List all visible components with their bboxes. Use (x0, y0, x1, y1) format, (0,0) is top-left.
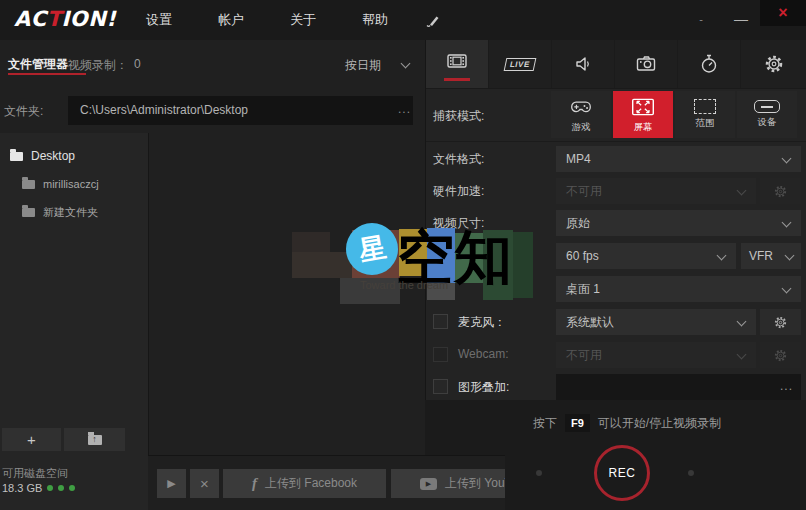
close-button[interactable]: × (760, 0, 806, 26)
disk-status-dot (47, 485, 53, 491)
framerate-mode-dropdown[interactable]: VFR (741, 243, 801, 269)
tab-live-streaming[interactable]: LIVE (489, 40, 552, 88)
minimize-button[interactable]: — (734, 11, 748, 27)
menu-about[interactable]: 关于 (290, 11, 316, 29)
folder-tree: Desktop mirillisaczcj 新建文件夹 + ↑ 可用磁盘空间 1… (0, 133, 149, 510)
capture-mode-region[interactable]: 范围 (675, 91, 735, 138)
file-manager-header: 文件管理器 视频录制： 0 按日期 (0, 40, 425, 88)
speaker-icon (571, 52, 595, 76)
region-icon (694, 99, 716, 114)
chevron-down-icon (782, 218, 792, 228)
action-app-window: ACTION! 设置 帐户 关于 帮助 - — × 文件管理器 视频录制： 0 … (0, 0, 806, 510)
rec-indicator-dot (688, 470, 694, 476)
upload-youtube-button[interactable]: ▶ 上传到 YouT (391, 469, 505, 498)
recording-settings-panel: LIVE (425, 40, 806, 400)
overlay-checkbox[interactable] (433, 379, 448, 394)
disk-status-dot (69, 485, 75, 491)
microphone-label: 麦克风： (458, 314, 506, 331)
tree-item-label: Desktop (31, 149, 75, 163)
capture-mode-screen[interactable]: 屏幕 (613, 91, 673, 138)
youtube-icon: ▶ (420, 478, 437, 490)
hw-accel-value: 不可用 (566, 183, 602, 200)
webcam-checkbox (433, 347, 448, 362)
gear-icon (773, 348, 788, 363)
film-icon (445, 49, 469, 73)
logo-text-2: ION! (62, 7, 117, 31)
play-button[interactable]: ▶ (157, 469, 186, 498)
tree-item-new-folder[interactable]: 新建文件夹 (22, 205, 98, 220)
chevron-down-icon[interactable] (401, 59, 411, 69)
hw-accel-dropdown: 不可用 (556, 178, 756, 204)
file-format-dropdown[interactable]: MP4 (556, 146, 801, 172)
capture-mode-device[interactable]: 设备 (737, 91, 797, 138)
youtube-play-glyph: ▶ (426, 480, 431, 488)
microphone-checkbox[interactable] (433, 314, 448, 329)
hotkey-prefix: 按下 (533, 415, 557, 432)
menu-settings[interactable]: 设置 (146, 11, 172, 29)
logo-accent: T (47, 7, 62, 31)
chevron-down-icon (785, 251, 795, 261)
upload-youtube-label: 上传到 YouT (445, 475, 505, 492)
play-icon: ▶ (167, 477, 175, 490)
display-value: 桌面 1 (566, 281, 600, 298)
gear-icon (763, 53, 785, 75)
upload-facebook-button[interactable]: f 上传到 Facebook (223, 469, 386, 498)
delete-button[interactable]: × (190, 469, 219, 498)
disk-space-row: 18.3 GB (2, 482, 75, 494)
chevron-down-icon (737, 186, 747, 196)
disk-space-value: 18.3 GB (2, 482, 42, 494)
pen-tool-icon[interactable] (424, 12, 442, 30)
screen-expand-icon (630, 96, 656, 118)
add-folder-button[interactable]: + (2, 428, 61, 451)
up-arrow-glyph: ↑ (88, 434, 102, 444)
capture-mode-buttons: 游戏 屏幕 范围 设备 (551, 91, 797, 138)
mode-tab-bar: LIVE (426, 40, 806, 89)
facebook-icon: f (252, 475, 257, 492)
tray-minimize-button[interactable]: - (699, 13, 703, 25)
chevron-down-icon (737, 317, 747, 327)
logo-text: AC (14, 7, 47, 31)
gear-icon (773, 184, 788, 199)
rec-indicator-dot (536, 470, 542, 476)
sort-by-date-dropdown[interactable]: 按日期 (345, 57, 381, 74)
tab-screenshots[interactable] (615, 40, 678, 88)
folder-row: 文件夹: C:\Users\Administrator\Desktop ... (0, 88, 425, 134)
tree-item-label: mirillisaczcj (43, 178, 99, 190)
open-folder-button[interactable]: ↑ (64, 428, 125, 451)
framerate-dropdown[interactable]: 60 fps (556, 243, 736, 269)
recordings-count: 0 (134, 57, 141, 71)
browse-folder-button[interactable]: ... (398, 102, 411, 116)
overlay-path-input[interactable]: ... (556, 374, 801, 400)
capture-mode-label-region: 范围 (696, 117, 715, 130)
tab-benchmark-timer[interactable] (678, 40, 741, 88)
title-bar: ACTION! 设置 帐户 关于 帮助 - — × (0, 0, 806, 40)
menu-account[interactable]: 帐户 (218, 11, 244, 29)
file-manager-tab[interactable]: 文件管理器 (8, 56, 68, 73)
tree-item-desktop[interactable]: Desktop (10, 149, 75, 163)
hw-accel-label: 硬件加速: (433, 183, 484, 200)
record-button[interactable]: REC (594, 445, 650, 501)
tree-item-mirillisaczcj[interactable]: mirillisaczcj (22, 178, 99, 190)
device-icon (754, 100, 780, 113)
upload-facebook-label: 上传到 Facebook (265, 475, 357, 492)
chevron-down-icon (782, 284, 792, 294)
menu-help[interactable]: 帮助 (362, 11, 388, 29)
folder-icon (10, 152, 23, 161)
tab-settings[interactable] (741, 40, 806, 88)
disk-space-label: 可用磁盘空间 (2, 466, 68, 481)
video-size-dropdown[interactable]: 原始 (556, 210, 801, 236)
folder-icon (22, 180, 35, 189)
tab-audio-recording[interactable] (552, 40, 615, 88)
display-dropdown[interactable]: 桌面 1 (556, 276, 801, 302)
framerate-value: 60 fps (566, 249, 599, 263)
tab-video-recording[interactable] (426, 40, 489, 88)
capture-mode-game[interactable]: 游戏 (551, 91, 611, 138)
capture-mode-label: 捕获模式: (433, 108, 484, 125)
disk-status-dot (58, 485, 64, 491)
microphone-dropdown[interactable]: 系统默认 (556, 309, 756, 335)
file-format-label: 文件格式: (433, 151, 484, 168)
microphone-settings-button[interactable] (760, 309, 801, 335)
overlay-browse-button[interactable]: ... (780, 379, 793, 393)
folder-path-input[interactable]: C:\Users\Administrator\Desktop (68, 96, 413, 125)
chevron-down-icon (737, 350, 747, 360)
